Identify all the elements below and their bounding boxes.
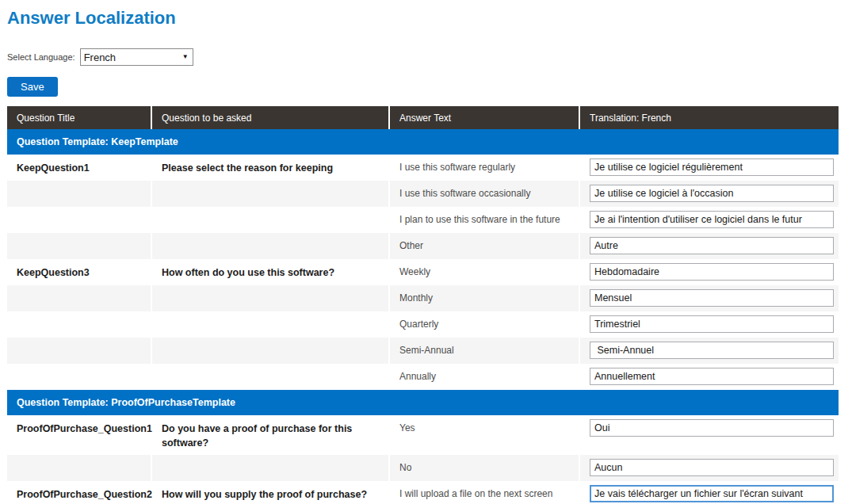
translation-input[interactable] [590, 185, 834, 202]
translation-input[interactable] [590, 419, 834, 437]
column-header-answer-text: Answer Text [389, 106, 579, 129]
question-text-cell: Do you have a proof of purchase for this… [151, 415, 389, 454]
question-title-cell: KeepQuestion1 [7, 155, 151, 181]
translation-cell [579, 455, 839, 481]
question-text-cell [151, 233, 389, 259]
section-header-row: Question Template: ProofOfPurchaseTempla… [7, 390, 839, 415]
table-row: ProofOfPurchase_Question1 Do you have a … [7, 415, 839, 454]
question-text-cell [151, 285, 389, 311]
table-row: I use this software occasionally [7, 181, 839, 207]
question-title-cell [7, 455, 151, 481]
column-header-question-to-be-asked: Question to be asked [151, 106, 389, 129]
question-title-cell: KeepQuestion3 [7, 259, 151, 285]
question-text-cell [151, 311, 389, 338]
translation-input[interactable] [590, 485, 834, 502]
answer-localization-table: Question Title Question to be asked Answ… [7, 106, 839, 504]
answer-text-cell: Weekly [389, 259, 579, 285]
answer-text-cell: Annually [389, 364, 579, 390]
answer-text-cell: Quarterly [389, 311, 579, 338]
translation-cell [579, 338, 839, 364]
answer-text-cell: No [389, 455, 579, 481]
translation-cell [579, 259, 839, 285]
answer-text-cell: I use this software regularly [389, 155, 579, 181]
translation-input[interactable] [590, 368, 834, 385]
question-title-cell: ProofOfPurchase_Question1 [7, 415, 151, 454]
save-button[interactable]: Save [7, 77, 58, 97]
translation-cell [579, 207, 839, 233]
answer-localization-page: Answer Localization Select Language: Fre… [0, 8, 852, 504]
translation-cell [579, 364, 839, 390]
question-title-cell [7, 285, 151, 311]
language-select-wrap: French ▼ [80, 48, 193, 66]
translation-input[interactable] [590, 315, 834, 333]
translation-input[interactable] [590, 342, 834, 359]
answer-text-cell: Yes [389, 415, 579, 454]
table-row: KeepQuestion3 How often do you use this … [7, 259, 839, 285]
question-text-cell [151, 455, 389, 481]
translation-input[interactable] [590, 237, 834, 254]
section-header-label: Question Template: ProofOfPurchaseTempla… [7, 390, 839, 415]
question-text-cell: How will you supply the proof of purchas… [151, 481, 389, 504]
table-row: Monthly [7, 285, 839, 311]
table-row: Quarterly [7, 311, 839, 338]
table-row: Annually [7, 364, 839, 390]
question-text-cell [151, 338, 389, 364]
question-text-cell [151, 181, 389, 207]
table-row: Semi-Annual [7, 338, 839, 364]
page-title: Answer Localization [7, 8, 845, 29]
question-text-cell [151, 364, 389, 390]
answer-text-cell: Monthly [389, 285, 579, 311]
answer-text-cell: I will upload a file on the next screen [389, 481, 579, 504]
language-select-label: Select Language: [7, 52, 75, 62]
table-row: Other [7, 233, 839, 259]
translation-input[interactable] [590, 211, 834, 228]
answer-text-cell: Other [389, 233, 579, 259]
section-header-label: Question Template: KeepTemplate [7, 129, 839, 155]
column-header-translation: Translation: French [579, 106, 839, 129]
table-row: KeepQuestion1 Please select the reason f… [7, 155, 839, 181]
question-title-cell [7, 311, 151, 338]
language-selector-row: Select Language: French ▼ [7, 48, 845, 66]
question-text-cell: Please select the reason for keeping [151, 155, 389, 181]
section-header-row: Question Template: KeepTemplate [7, 129, 839, 155]
table-row: ProofOfPurchase_Question2 How will you s… [7, 481, 839, 504]
translation-cell [579, 285, 839, 311]
question-title-cell [7, 181, 151, 207]
translation-cell [579, 415, 839, 454]
table-row: No [7, 455, 839, 481]
translation-cell [579, 311, 839, 338]
translation-cell [579, 233, 839, 259]
answer-text-cell: I use this software occasionally [389, 181, 579, 207]
question-text-cell: How often do you use this software? [151, 259, 389, 285]
translation-input[interactable] [590, 289, 834, 307]
question-title-cell [7, 364, 151, 390]
question-title-cell [7, 338, 151, 364]
question-title-cell [7, 233, 151, 259]
translation-input[interactable] [590, 459, 834, 476]
translation-input[interactable] [590, 263, 834, 281]
answer-text-cell: I plan to use this software in the futur… [389, 207, 579, 233]
translation-cell [579, 181, 839, 207]
answer-table-body: Question Template: KeepTemplate KeepQues… [7, 129, 839, 504]
translation-cell [579, 155, 839, 181]
question-title-cell: ProofOfPurchase_Question2 [7, 481, 151, 504]
question-title-cell [7, 207, 151, 233]
language-select[interactable]: French [80, 48, 193, 66]
answer-text-cell: Semi-Annual [389, 338, 579, 364]
translation-cell [579, 481, 839, 504]
table-row: I plan to use this software in the futur… [7, 207, 839, 233]
table-header-row: Question Title Question to be asked Answ… [7, 106, 839, 129]
question-text-cell [151, 207, 389, 233]
column-header-question-title: Question Title [7, 106, 151, 129]
translation-input[interactable] [590, 158, 834, 176]
